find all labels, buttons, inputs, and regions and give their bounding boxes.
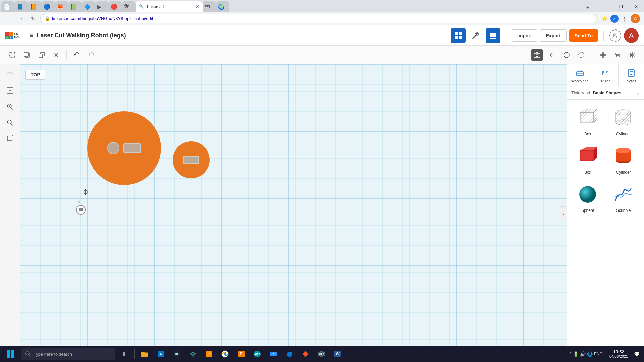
- start-btn[interactable]: [3, 346, 19, 362]
- group-btn[interactable]: [597, 49, 609, 61]
- url-bar[interactable]: 🔒 tinkercad.com/things/boVNGaqN3Y8-epic-…: [40, 14, 597, 23]
- forward-btn[interactable]: →: [16, 14, 25, 23]
- popup-close-btn[interactable]: ✕: [77, 199, 81, 204]
- tab-inactive-2[interactable]: 📘: [15, 1, 28, 12]
- grid-view-btn[interactable]: [451, 28, 466, 43]
- wireless-icon: [189, 350, 197, 358]
- bookmark-btn[interactable]: ⭐: [600, 14, 609, 23]
- git-btn[interactable]: [298, 347, 313, 361]
- cad-btn[interactable]: CAD: [314, 347, 329, 361]
- panel-collapse-arrow[interactable]: ›: [560, 206, 567, 220]
- tab-inactive-6[interactable]: 📗: [68, 1, 82, 12]
- big-circle-shape[interactable]: [87, 111, 161, 185]
- notification-btn[interactable]: 💬: [632, 347, 641, 361]
- tab-inactive-ext[interactable]: 🌍: [216, 1, 229, 12]
- tab-inactive-1[interactable]: 📄: [1, 1, 15, 12]
- tab-inactive-4[interactable]: 🔵: [42, 1, 55, 12]
- delete-btn[interactable]: [50, 48, 63, 62]
- viewport[interactable]: TOP: [20, 64, 567, 362]
- tab-active-tinkercad[interactable]: 🔧 Tinkercad ✕: [136, 1, 203, 12]
- popup-list-icon[interactable]: [76, 205, 86, 215]
- select-tool-btn[interactable]: [5, 48, 19, 62]
- mirror-btn[interactable]: [627, 49, 639, 61]
- home-btn[interactable]: [3, 67, 17, 82]
- minimize-btn[interactable]: —: [598, 1, 613, 12]
- search-bar[interactable]: Type here to search: [21, 348, 115, 360]
- tray-chevron-icon[interactable]: ^: [569, 351, 572, 357]
- back-btn[interactable]: ←: [4, 14, 13, 23]
- library-name-label[interactable]: Basic Shapes: [593, 90, 633, 95]
- hamburger-btn[interactable]: ≡: [26, 30, 37, 41]
- tab-inactive-7[interactable]: 🔷: [82, 1, 95, 12]
- hole-tool-btn[interactable]: [575, 49, 587, 61]
- store-btn[interactable]: A: [153, 347, 168, 361]
- system-clock[interactable]: 10:52 04/06/2021: [607, 350, 631, 358]
- tab-close-btn[interactable]: ✕: [195, 4, 199, 9]
- edge-btn[interactable]: [282, 347, 297, 361]
- small-circle-shape[interactable]: [173, 141, 210, 178]
- shape-item-box-wireframe[interactable]: Box: [571, 104, 604, 139]
- wireless-btn[interactable]: [185, 347, 200, 361]
- tab-inactive-3[interactable]: 📙: [28, 1, 42, 12]
- import-btn[interactable]: Import: [512, 29, 538, 42]
- undo-btn[interactable]: [70, 48, 84, 62]
- maximize-btn[interactable]: ❐: [613, 1, 629, 12]
- volume-icon[interactable]: 🔊: [580, 351, 586, 357]
- zoom-out-btn[interactable]: [3, 115, 17, 130]
- workplane-btn[interactable]: Workplane: [567, 64, 593, 86]
- zoom-taskbar-btn[interactable]: Z: [266, 347, 281, 361]
- new-tab-btn[interactable]: +: [583, 3, 592, 12]
- browser-profile-btn[interactable]: A: [631, 14, 640, 23]
- badge-icon: 7: [205, 350, 213, 358]
- taskbar-app-6[interactable]: 7: [202, 347, 216, 361]
- shape-item-cyl-wireframe[interactable]: Cylinder: [607, 104, 640, 139]
- export-btn[interactable]: Export: [540, 29, 566, 42]
- close-btn[interactable]: ✕: [629, 1, 644, 12]
- arduino-btn[interactable]: ARD: [250, 347, 265, 361]
- shape-item-box-red[interactable]: Box: [571, 142, 604, 177]
- duplicate-btn[interactable]: [35, 48, 48, 62]
- notes-btn[interactable]: Notes: [619, 64, 644, 86]
- ruler-btn[interactable]: Ruler: [593, 64, 619, 86]
- word-btn[interactable]: W: [330, 347, 345, 361]
- 3d-view-btn[interactable]: [3, 131, 17, 146]
- battery-icon[interactable]: 🔋: [573, 351, 579, 357]
- tab-title: Tinkercad: [146, 4, 193, 9]
- add-user-btn[interactable]: [609, 29, 621, 42]
- shape-tool-btn[interactable]: [560, 49, 573, 61]
- extensions-btn[interactable]: ✓: [610, 15, 619, 23]
- add-user-icon: [612, 33, 618, 38]
- layers-btn[interactable]: [486, 28, 500, 43]
- redo-btn[interactable]: [85, 48, 98, 62]
- tab-inactive-9[interactable]: 🔴: [109, 1, 122, 12]
- tinkercad-logo[interactable]: T I N K ER CAD: [5, 32, 21, 39]
- network-icon[interactable]: 🌐: [587, 351, 593, 357]
- tab-inactive-after[interactable]: 🗺: [203, 1, 216, 12]
- shape-item-scribble[interactable]: Scribble: [607, 180, 640, 216]
- hammer-btn[interactable]: [468, 28, 483, 43]
- light-tool-btn[interactable]: [546, 49, 558, 61]
- copy-btn[interactable]: [20, 48, 34, 62]
- tab-inactive-8[interactable]: ▶: [95, 1, 109, 12]
- send-to-btn[interactable]: Send To: [569, 29, 598, 42]
- steam-btn[interactable]: [169, 347, 184, 361]
- tab-inactive-5[interactable]: 🦊: [55, 1, 68, 12]
- align-btn[interactable]: [612, 49, 624, 61]
- settings-btn[interactable]: ⋮: [620, 14, 629, 23]
- shape-item-cyl-orange[interactable]: Cylinder: [607, 142, 640, 177]
- svg-rect-8: [490, 38, 496, 39]
- chrome-btn[interactable]: [218, 347, 232, 361]
- orange-f-btn[interactable]: F: [234, 347, 249, 361]
- zoom-in-btn[interactable]: [3, 99, 17, 114]
- profile-btn[interactable]: A: [624, 28, 639, 43]
- language-label[interactable]: ENG: [594, 352, 603, 356]
- camera-tool-btn[interactable]: [531, 49, 543, 61]
- shape-item-sphere-teal[interactable]: Sphere: [571, 180, 604, 216]
- tab-tinkercad-maps[interactable]: 🗺: [122, 1, 136, 12]
- fit-view-btn[interactable]: [3, 83, 17, 98]
- file-explorer-btn[interactable]: [137, 347, 152, 361]
- reload-btn[interactable]: ↻: [28, 14, 38, 23]
- task-view-btn[interactable]: [117, 347, 131, 361]
- library-dropdown-icon[interactable]: ⌄: [636, 89, 640, 96]
- ruler-label: Ruler: [601, 79, 610, 83]
